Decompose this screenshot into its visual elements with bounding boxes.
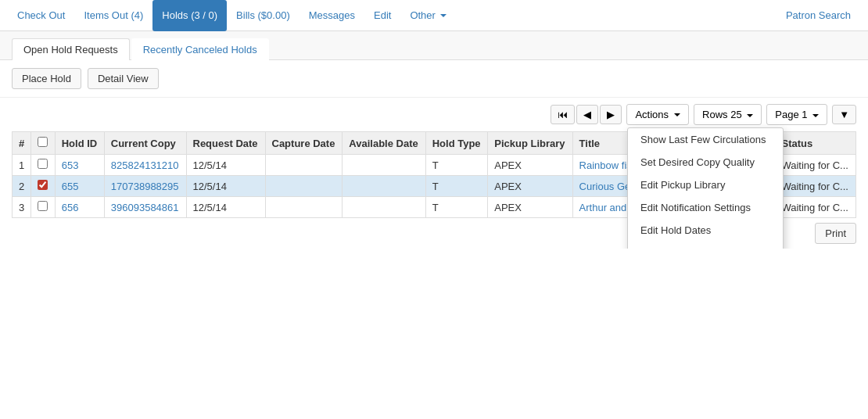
page-more-btn[interactable]: ▼ xyxy=(832,105,856,124)
cell-hold-type: T xyxy=(425,197,488,218)
cell-hold-type: T xyxy=(425,155,488,176)
cell-check[interactable] xyxy=(31,197,55,218)
nav-other[interactable]: Other xyxy=(400,9,456,21)
menu-item-edit-notification[interactable]: Edit Notification Settings xyxy=(628,196,783,219)
col-current-copy: Current Copy xyxy=(104,132,186,155)
nav-check-out[interactable]: Check Out xyxy=(8,0,74,31)
cell-hold-id[interactable]: 655 xyxy=(55,176,104,197)
actions-caret-icon xyxy=(674,113,680,116)
row-checkbox[interactable] xyxy=(38,159,48,169)
nav-icons: ⏮ ◀ ▶ xyxy=(551,105,622,124)
cell-current-copy[interactable]: 170738988295 xyxy=(104,176,186,197)
prev-page-btn[interactable]: ◀ xyxy=(576,105,598,124)
sub-nav: Open Hold Requests Recently Canceled Hol… xyxy=(0,31,868,60)
actions-button[interactable]: Actions xyxy=(626,104,689,125)
pagination-row: ⏮ ◀ ▶ Actions Rows 25 Page 1 ▼ xyxy=(0,98,868,131)
cell-capture-date xyxy=(265,197,343,218)
cell-num: 2 xyxy=(13,176,31,197)
cell-hold-id[interactable]: 653 xyxy=(55,155,104,176)
nav-items-out[interactable]: Items Out (4) xyxy=(74,0,152,31)
cell-check[interactable] xyxy=(31,155,55,176)
menu-item-set-copy-quality[interactable]: Set Desired Copy Quality xyxy=(628,151,783,174)
page-caret-icon xyxy=(812,114,819,117)
toolbar: Place Hold Detail View xyxy=(0,60,868,98)
cell-capture-date xyxy=(265,176,343,197)
nav-bills[interactable]: Bills ($0.00) xyxy=(227,0,299,31)
row-checkbox[interactable] xyxy=(38,201,48,211)
cell-available-date xyxy=(343,197,425,218)
cell-check[interactable] xyxy=(31,176,55,197)
cell-hold-type: T xyxy=(425,176,488,197)
next-page-btn[interactable]: ▶ xyxy=(600,105,622,124)
cell-pickup-library: APEX xyxy=(488,155,572,176)
cell-status: Waiting for C... xyxy=(775,155,856,176)
detail-view-button[interactable]: Detail View xyxy=(88,68,159,89)
nav-edit[interactable]: Edit xyxy=(364,0,400,31)
first-page-btn[interactable]: ⏮ xyxy=(551,105,575,124)
rows-caret-icon xyxy=(747,114,753,117)
cell-pickup-library: APEX xyxy=(488,197,572,218)
nav-holds-active[interactable]: Holds (3 / 0) xyxy=(152,0,227,31)
col-available-date: Available Date xyxy=(343,132,425,155)
cell-request-date: 12/5/14 xyxy=(186,155,265,176)
cell-current-copy[interactable]: 825824131210 xyxy=(104,155,186,176)
cell-current-copy[interactable]: 396093584861 xyxy=(104,197,186,218)
table-wrapper: ⏮ ◀ ▶ Actions Rows 25 Page 1 ▼ # Hold ID xyxy=(0,98,868,249)
menu-item-edit-hold-dates[interactable]: Edit Hold Dates xyxy=(628,219,783,242)
cell-status: Waiting for C... xyxy=(775,176,856,197)
nav-messages[interactable]: Messages xyxy=(299,0,364,31)
tab-open-holds[interactable]: Open Hold Requests xyxy=(12,38,130,60)
print-button[interactable]: Print xyxy=(815,223,856,244)
col-pickup-library: Pickup Library xyxy=(488,132,572,155)
menu-item-show-last-few[interactable]: Show Last Few Circulations xyxy=(628,128,783,151)
col-request-date: Request Date xyxy=(186,132,265,155)
col-hold-id: Hold ID xyxy=(55,132,104,155)
col-hold-type: Hold Type xyxy=(425,132,488,155)
cell-num: 1 xyxy=(13,155,31,176)
actions-dropdown-menu: Show Last Few CirculationsSet Desired Co… xyxy=(627,127,784,249)
cell-num: 3 xyxy=(13,197,31,218)
col-status: Status xyxy=(775,132,856,155)
tab-canceled-holds[interactable]: Recently Canceled Holds xyxy=(131,38,269,60)
cell-available-date xyxy=(343,155,425,176)
place-hold-button[interactable]: Place Hold xyxy=(12,68,81,89)
rows-button[interactable]: Rows 25 xyxy=(694,104,762,125)
col-capture-date: Capture Date xyxy=(265,132,343,155)
page-button[interactable]: Page 1 xyxy=(766,104,827,125)
other-caret-icon xyxy=(440,14,447,17)
menu-item-edit-pickup[interactable]: Edit Pickup Library xyxy=(628,174,783,196)
cell-capture-date xyxy=(265,155,343,176)
cell-request-date: 12/5/14 xyxy=(186,176,265,197)
cell-request-date: 12/5/14 xyxy=(186,197,265,218)
row-checkbox[interactable] xyxy=(38,180,48,190)
col-check[interactable] xyxy=(31,132,55,155)
patron-search-link[interactable]: Patron Search xyxy=(777,0,860,31)
cell-hold-id[interactable]: 656 xyxy=(55,197,104,218)
top-nav: Check Out Items Out (4) Holds (3 / 0) Bi… xyxy=(0,0,868,31)
cell-available-date xyxy=(343,176,425,197)
select-all-checkbox[interactable] xyxy=(38,137,48,147)
cell-pickup-library: APEX xyxy=(488,176,572,197)
col-num: # xyxy=(13,132,31,155)
cell-status: Waiting for C... xyxy=(775,197,856,218)
menu-item-activate[interactable]: Activate xyxy=(628,242,783,249)
